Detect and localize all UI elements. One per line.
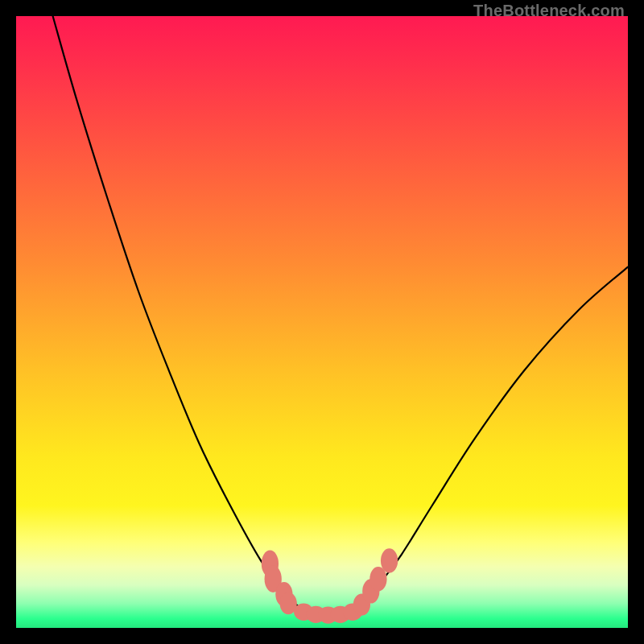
- plot-area: [16, 16, 628, 628]
- chart-frame: TheBottleneck.com: [0, 0, 644, 644]
- trough-beads: [16, 16, 628, 628]
- bead-marker: [381, 548, 398, 572]
- watermark-text: TheBottleneck.com: [473, 2, 625, 20]
